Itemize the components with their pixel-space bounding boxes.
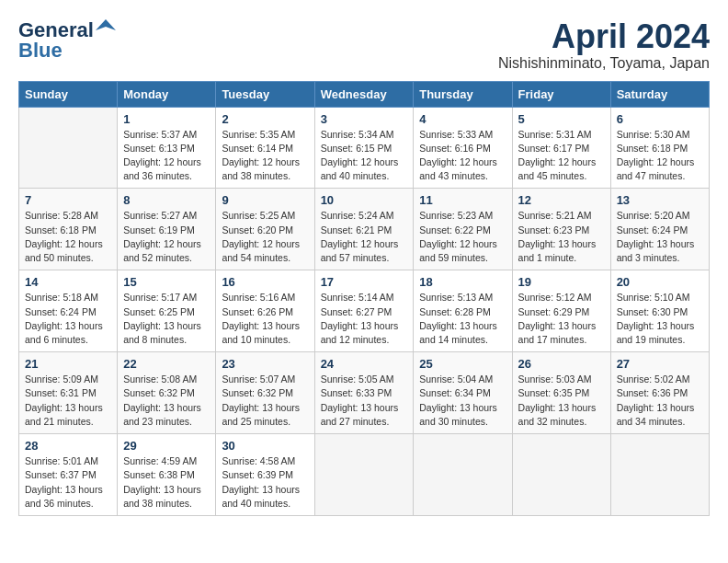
calendar-cell: 9Sunrise: 5:25 AMSunset: 6:20 PMDaylight… bbox=[216, 189, 314, 270]
day-info: Sunrise: 4:59 AMSunset: 6:38 PMDaylight:… bbox=[123, 454, 210, 511]
day-info: Sunrise: 5:13 AMSunset: 6:28 PMDaylight:… bbox=[419, 291, 506, 347]
calendar-cell: 2Sunrise: 5:35 AMSunset: 6:14 PMDaylight… bbox=[216, 107, 314, 189]
calendar-cell bbox=[19, 107, 118, 189]
title-area: April 2024 Nishishinminato, Toyama, Japa… bbox=[498, 18, 710, 72]
day-number: 15 bbox=[123, 275, 210, 289]
day-info: Sunrise: 5:01 AMSunset: 6:37 PMDaylight:… bbox=[25, 454, 111, 511]
calendar-cell: 28Sunrise: 5:01 AMSunset: 6:37 PMDayligh… bbox=[19, 434, 118, 516]
calendar-cell: 13Sunrise: 5:20 AMSunset: 6:24 PMDayligh… bbox=[610, 189, 709, 270]
day-number: 19 bbox=[518, 275, 605, 289]
header-friday: Friday bbox=[512, 81, 610, 107]
day-number: 18 bbox=[419, 275, 506, 289]
header-wednesday: Wednesday bbox=[314, 81, 414, 107]
logo-blue: Blue bbox=[18, 39, 63, 63]
day-info: Sunrise: 5:03 AMSunset: 6:35 PMDaylight:… bbox=[518, 373, 605, 429]
calendar-cell: 24Sunrise: 5:05 AMSunset: 6:33 PMDayligh… bbox=[314, 352, 414, 434]
day-info: Sunrise: 5:21 AMSunset: 6:23 PMDaylight:… bbox=[518, 209, 605, 265]
day-info: Sunrise: 5:31 AMSunset: 6:17 PMDaylight:… bbox=[518, 128, 605, 184]
header-sunday: Sunday bbox=[19, 81, 118, 107]
calendar-week-row: 21Sunrise: 5:09 AMSunset: 6:31 PMDayligh… bbox=[19, 352, 710, 434]
day-number: 14 bbox=[25, 275, 111, 289]
day-info: Sunrise: 5:25 AMSunset: 6:20 PMDaylight:… bbox=[222, 209, 308, 265]
calendar-cell: 14Sunrise: 5:18 AMSunset: 6:24 PMDayligh… bbox=[19, 270, 118, 352]
calendar-cell bbox=[414, 434, 512, 516]
calendar-cell: 6Sunrise: 5:30 AMSunset: 6:18 PMDaylight… bbox=[610, 107, 709, 189]
day-info: Sunrise: 5:16 AMSunset: 6:26 PMDaylight:… bbox=[222, 291, 308, 347]
day-number: 11 bbox=[419, 193, 506, 207]
day-info: Sunrise: 5:14 AMSunset: 6:27 PMDaylight:… bbox=[321, 291, 408, 347]
day-number: 25 bbox=[419, 357, 506, 371]
day-number: 28 bbox=[25, 439, 111, 453]
day-number: 29 bbox=[123, 439, 210, 453]
day-number: 17 bbox=[321, 275, 408, 289]
day-info: Sunrise: 5:07 AMSunset: 6:32 PMDaylight:… bbox=[222, 373, 308, 429]
day-number: 1 bbox=[123, 112, 210, 126]
logo: General Blue bbox=[18, 18, 116, 63]
calendar-cell: 23Sunrise: 5:07 AMSunset: 6:32 PMDayligh… bbox=[216, 352, 314, 434]
day-number: 7 bbox=[25, 193, 111, 207]
day-info: Sunrise: 5:12 AMSunset: 6:29 PMDaylight:… bbox=[518, 291, 605, 347]
day-number: 23 bbox=[222, 357, 308, 371]
day-info: Sunrise: 5:17 AMSunset: 6:25 PMDaylight:… bbox=[123, 291, 210, 347]
day-info: Sunrise: 5:37 AMSunset: 6:13 PMDaylight:… bbox=[123, 128, 210, 184]
day-number: 26 bbox=[518, 357, 605, 371]
header-thursday: Thursday bbox=[414, 81, 512, 107]
header-tuesday: Tuesday bbox=[216, 81, 314, 107]
calendar-cell: 5Sunrise: 5:31 AMSunset: 6:17 PMDaylight… bbox=[512, 107, 610, 189]
day-info: Sunrise: 5:04 AMSunset: 6:34 PMDaylight:… bbox=[419, 373, 506, 429]
calendar-cell: 12Sunrise: 5:21 AMSunset: 6:23 PMDayligh… bbox=[512, 189, 610, 270]
calendar-cell: 25Sunrise: 5:04 AMSunset: 6:34 PMDayligh… bbox=[414, 352, 512, 434]
logo-bird-icon bbox=[96, 17, 116, 38]
calendar-cell: 30Sunrise: 4:58 AMSunset: 6:39 PMDayligh… bbox=[216, 434, 314, 516]
calendar-week-row: 1Sunrise: 5:37 AMSunset: 6:13 PMDaylight… bbox=[19, 107, 710, 189]
calendar-cell: 3Sunrise: 5:34 AMSunset: 6:15 PMDaylight… bbox=[314, 107, 414, 189]
calendar-cell: 15Sunrise: 5:17 AMSunset: 6:25 PMDayligh… bbox=[118, 270, 216, 352]
header-saturday: Saturday bbox=[610, 81, 709, 107]
day-number: 12 bbox=[518, 193, 605, 207]
calendar-cell: 11Sunrise: 5:23 AMSunset: 6:22 PMDayligh… bbox=[414, 189, 512, 270]
day-info: Sunrise: 5:28 AMSunset: 6:18 PMDaylight:… bbox=[25, 209, 111, 265]
calendar-cell bbox=[512, 434, 610, 516]
day-info: Sunrise: 5:10 AMSunset: 6:30 PMDaylight:… bbox=[617, 291, 703, 347]
calendar-cell: 17Sunrise: 5:14 AMSunset: 6:27 PMDayligh… bbox=[314, 270, 414, 352]
calendar-cell: 29Sunrise: 4:59 AMSunset: 6:38 PMDayligh… bbox=[118, 434, 216, 516]
calendar-cell: 10Sunrise: 5:24 AMSunset: 6:21 PMDayligh… bbox=[314, 189, 414, 270]
day-info: Sunrise: 5:18 AMSunset: 6:24 PMDaylight:… bbox=[25, 291, 111, 347]
day-info: Sunrise: 5:02 AMSunset: 6:36 PMDaylight:… bbox=[617, 373, 703, 429]
day-info: Sunrise: 5:23 AMSunset: 6:22 PMDaylight:… bbox=[419, 209, 506, 265]
day-number: 6 bbox=[617, 112, 703, 126]
calendar-cell: 27Sunrise: 5:02 AMSunset: 6:36 PMDayligh… bbox=[610, 352, 709, 434]
header-monday: Monday bbox=[118, 81, 216, 107]
day-number: 22 bbox=[123, 357, 210, 371]
calendar-cell: 8Sunrise: 5:27 AMSunset: 6:19 PMDaylight… bbox=[118, 189, 216, 270]
day-info: Sunrise: 5:09 AMSunset: 6:31 PMDaylight:… bbox=[25, 373, 111, 429]
header: General Blue April 2024 Nishishinminato,… bbox=[18, 18, 710, 72]
day-info: Sunrise: 5:27 AMSunset: 6:19 PMDaylight:… bbox=[123, 209, 210, 265]
day-info: Sunrise: 4:58 AMSunset: 6:39 PMDaylight:… bbox=[222, 454, 308, 511]
calendar-cell: 18Sunrise: 5:13 AMSunset: 6:28 PMDayligh… bbox=[414, 270, 512, 352]
calendar-cell: 1Sunrise: 5:37 AMSunset: 6:13 PMDaylight… bbox=[118, 107, 216, 189]
day-number: 30 bbox=[222, 439, 308, 453]
day-number: 16 bbox=[222, 275, 308, 289]
svg-marker-0 bbox=[96, 19, 116, 30]
day-info: Sunrise: 5:30 AMSunset: 6:18 PMDaylight:… bbox=[617, 128, 703, 184]
day-number: 27 bbox=[617, 357, 703, 371]
calendar-cell: 22Sunrise: 5:08 AMSunset: 6:32 PMDayligh… bbox=[118, 352, 216, 434]
calendar-cell: 26Sunrise: 5:03 AMSunset: 6:35 PMDayligh… bbox=[512, 352, 610, 434]
day-info: Sunrise: 5:24 AMSunset: 6:21 PMDaylight:… bbox=[321, 209, 408, 265]
day-number: 10 bbox=[321, 193, 408, 207]
calendar-header-row: SundayMondayTuesdayWednesdayThursdayFrid… bbox=[19, 81, 710, 107]
calendar-week-row: 7Sunrise: 5:28 AMSunset: 6:18 PMDaylight… bbox=[19, 189, 710, 270]
day-info: Sunrise: 5:05 AMSunset: 6:33 PMDaylight:… bbox=[321, 373, 408, 429]
calendar-cell: 16Sunrise: 5:16 AMSunset: 6:26 PMDayligh… bbox=[216, 270, 314, 352]
calendar-subtitle: Nishishinminato, Toyama, Japan bbox=[498, 55, 710, 72]
day-info: Sunrise: 5:33 AMSunset: 6:16 PMDaylight:… bbox=[419, 128, 506, 184]
calendar-week-row: 28Sunrise: 5:01 AMSunset: 6:37 PMDayligh… bbox=[19, 434, 710, 516]
calendar-cell bbox=[610, 434, 709, 516]
calendar-cell: 20Sunrise: 5:10 AMSunset: 6:30 PMDayligh… bbox=[610, 270, 709, 352]
day-info: Sunrise: 5:34 AMSunset: 6:15 PMDaylight:… bbox=[321, 128, 408, 184]
day-info: Sunrise: 5:08 AMSunset: 6:32 PMDaylight:… bbox=[123, 373, 210, 429]
calendar-table: SundayMondayTuesdayWednesdayThursdayFrid… bbox=[18, 81, 710, 516]
day-number: 4 bbox=[419, 112, 506, 126]
day-number: 2 bbox=[222, 112, 308, 126]
